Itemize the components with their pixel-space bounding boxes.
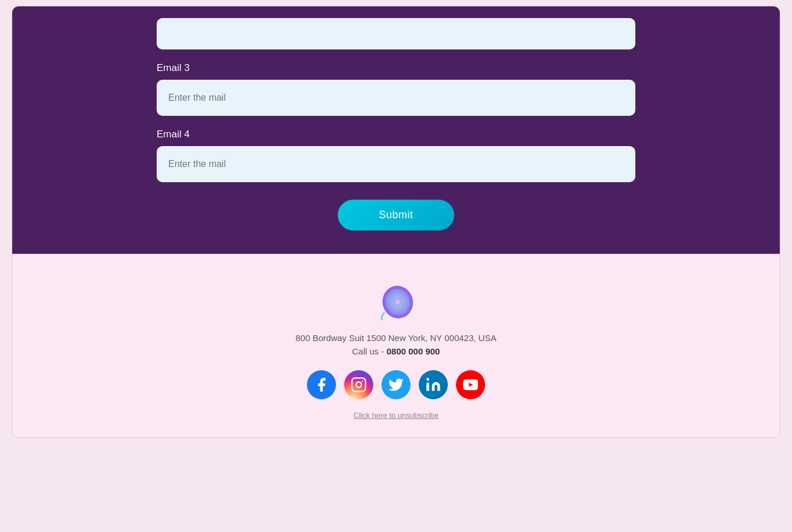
svg-point-3 xyxy=(395,300,400,304)
youtube-icon[interactable] xyxy=(456,370,485,399)
email3-label: Email 3 xyxy=(157,62,635,74)
call-prefix: Call us - xyxy=(352,346,387,356)
email4-input[interactable] xyxy=(157,146,635,182)
facebook-icon[interactable] xyxy=(307,370,336,399)
email-top-input[interactable] xyxy=(157,18,635,49)
social-icons-container xyxy=(307,370,485,399)
form-section: Email 3 Email 4 Submit xyxy=(12,6,780,254)
svg-rect-4 xyxy=(352,378,365,391)
footer-section: 800 Bordway Suit 1500 New York, NY 00042… xyxy=(12,260,780,437)
call-text: Call us - 0800 000 900 xyxy=(352,346,440,356)
svg-point-7 xyxy=(426,378,429,381)
section-divider xyxy=(12,254,780,254)
top-input-wrapper xyxy=(157,18,635,49)
logo-icon xyxy=(377,283,415,321)
email4-label: Email 4 xyxy=(157,129,635,140)
page-wrapper: Email 3 Email 4 Submit xyxy=(12,6,780,438)
twitter-icon[interactable] xyxy=(381,370,411,399)
linkedin-icon[interactable] xyxy=(419,370,448,399)
submit-button[interactable]: Submit xyxy=(338,200,454,230)
phone-number: 0800 000 900 xyxy=(387,346,440,356)
email3-input[interactable] xyxy=(157,80,635,116)
unsubscribe-link[interactable]: Click here to unsubscribe xyxy=(353,411,439,420)
instagram-icon[interactable] xyxy=(344,370,373,399)
svg-rect-6 xyxy=(426,383,429,391)
address-text: 800 Bordway Suit 1500 New York, NY 00042… xyxy=(296,333,497,343)
